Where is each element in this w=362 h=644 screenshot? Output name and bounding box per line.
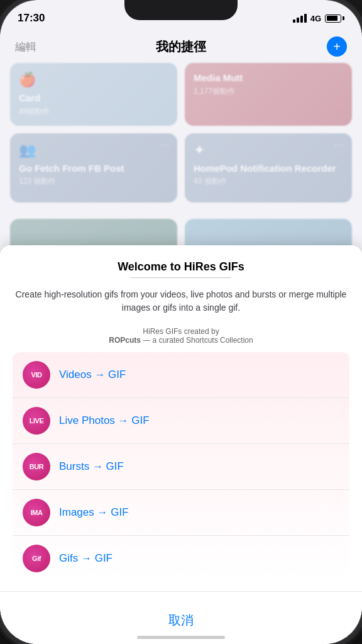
card-title: Go Fetch From FB Post <box>19 162 168 175</box>
nav-bar: 編輯 我的捷徑 + <box>0 30 362 63</box>
network-type: 4G <box>310 14 321 23</box>
menu-label-gifs: Gifs → GIF <box>59 552 112 565</box>
credit-line1: HiRes GIFs created by <box>15 327 347 336</box>
videos-icon: VID <box>23 361 50 389</box>
menu-item-bursts[interactable]: BURBursts → GIF <box>13 444 349 490</box>
shortcuts-grid: 🍎 Card 49個動作 Media Mutt 1,177個動作 ··· 👥 G… <box>10 63 352 203</box>
battery-icon <box>325 14 344 23</box>
home-indicator <box>137 636 225 639</box>
signal-bars-icon <box>293 14 307 23</box>
card-subtitle: 123 個動作 <box>19 176 168 187</box>
sheet-content: Welcome to HiRes GIFs Create high-resolu… <box>0 250 362 591</box>
cancel-button[interactable]: 取消 <box>15 602 347 639</box>
images-icon: IMA <box>23 499 50 526</box>
credit-line2: ROPcuts — a curated Shortcuts Collection <box>15 336 347 345</box>
people-icon: 👥 <box>19 142 168 158</box>
shortcut-card-apple: 🍎 Card 49個動作 <box>10 63 177 126</box>
shortcut-card-go-fetch: ··· 👥 Go Fetch From FB Post 123 個動作 <box>10 133 177 203</box>
page-title: 我的捷徑 <box>156 38 206 55</box>
shortcut-card-media-mutt: Media Mutt 1,177個動作 <box>185 63 352 126</box>
screen: 17:30 4G 編輯 我的捷徑 + <box>0 0 362 644</box>
phone-frame: 17:30 4G 編輯 我的捷徑 + <box>0 0 362 644</box>
menu-label-live: Live Photos → GIF <box>59 414 150 427</box>
card-subtitle: 1,177個動作 <box>194 86 343 97</box>
menu-label-bursts: Bursts → GIF <box>59 460 124 473</box>
sparkle-icon: ✦ <box>194 142 343 158</box>
live-icon: LIVE <box>23 407 50 435</box>
card-dots: ··· <box>160 140 170 151</box>
status-icons: 4G <box>293 14 344 23</box>
card-subtitle: 43 個動作 <box>194 176 343 187</box>
menu-item-gifs[interactable]: GifGifs → GIF <box>13 536 349 581</box>
menu-label-videos: Videos → GIF <box>59 369 126 381</box>
bottom-sheet: Welcome to HiRes GIFs Create high-resolu… <box>0 245 362 644</box>
menu-item-images[interactable]: IMAImages → GIF <box>13 490 349 536</box>
card-title: Card <box>19 92 168 104</box>
edit-button[interactable]: 編輯 <box>15 40 36 54</box>
apple-icon: 🍎 <box>19 72 168 88</box>
add-shortcut-button[interactable]: + <box>327 36 347 57</box>
bursts-icon: BUR <box>23 453 50 480</box>
sheet-title: Welcome to HiRes GIFs <box>15 260 347 274</box>
status-time: 17:30 <box>18 12 45 25</box>
card-subtitle: 49個動作 <box>19 106 168 117</box>
card-title: HomePod Notification Recorder <box>194 162 343 175</box>
menu-item-live[interactable]: LIVELive Photos → GIF <box>13 398 349 444</box>
menu-list: VIDVideos → GIFLIVELive Photos → GIFBURB… <box>13 352 349 581</box>
card-title: Media Mutt <box>194 72 343 84</box>
menu-label-images: Images → GIF <box>59 506 129 519</box>
shortcut-card-homepod: ··· ✦ HomePod Notification Recorder 43 個… <box>185 133 352 203</box>
gifs-icon: Gif <box>23 545 50 572</box>
credit-brand: ROPcuts <box>109 336 141 345</box>
sheet-title-underline <box>131 277 231 278</box>
menu-item-videos[interactable]: VIDVideos → GIF <box>13 352 349 398</box>
sheet-description: Create high-resolution gifs from your vi… <box>15 288 347 314</box>
card-dots: ··· <box>334 140 344 151</box>
notch <box>124 0 238 20</box>
sheet-credit: HiRes GIFs created by ROPcuts — a curate… <box>15 327 347 345</box>
